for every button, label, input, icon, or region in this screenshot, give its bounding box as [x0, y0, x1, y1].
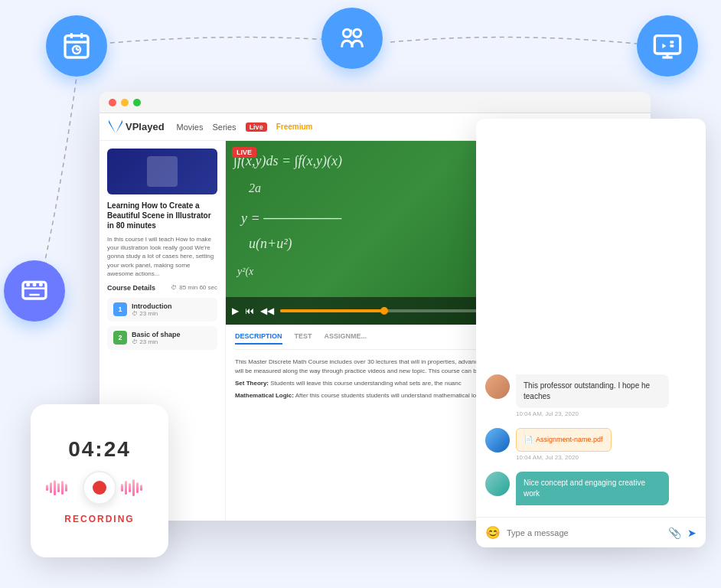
- lesson-duration-2: ⏱ 23 min: [132, 338, 211, 345]
- course-thumbnail: [107, 149, 217, 194]
- course-time: ⏱ 85 min 60 sec: [171, 284, 217, 291]
- chat-bubble-3: Nice concept and engaging creative work: [516, 472, 697, 508]
- learning-icon-float: [4, 260, 65, 322]
- wave-bar: [57, 483, 60, 492]
- course-description: In this course I will teach How to make …: [107, 235, 217, 278]
- lesson-num-1: 1: [113, 302, 127, 316]
- chat-message-3: Nice concept and engaging creative work: [485, 472, 697, 508]
- svg-point-19: [39, 283, 43, 286]
- svg-point-18: [33, 283, 37, 286]
- lesson-item-2[interactable]: 2 Basic of shape ⏱ 23 min: [107, 326, 217, 350]
- online-education-icon-float: [637, 15, 698, 77]
- wave-bar: [50, 482, 52, 493]
- recording-time: 04:24: [68, 437, 131, 462]
- chat-panel: This professor outstanding. I hope he te…: [476, 119, 706, 547]
- minimize-window-btn[interactable]: [121, 99, 129, 106]
- wave-bar: [121, 484, 123, 492]
- browser-titlebar: [100, 92, 651, 113]
- chat-bubble-1: This professor outstanding. I hope he te…: [516, 374, 697, 417]
- record-button[interactable]: [83, 471, 116, 505]
- waveform-container: [46, 471, 153, 505]
- chat-avatar-1: [485, 374, 510, 399]
- maximize-window-btn[interactable]: [133, 99, 141, 106]
- logo-text: VPlayed: [126, 121, 165, 132]
- wave-bar: [65, 484, 67, 492]
- progress-fill: [280, 309, 384, 312]
- schedule-icon-float: [46, 15, 107, 77]
- send-btn[interactable]: ➤: [687, 527, 697, 539]
- lesson-info-2: Basic of shape ⏱ 23 min: [132, 331, 211, 345]
- lesson-title-1: Introduction: [132, 302, 211, 310]
- bubble-text-3: Nice concept and engaging creative work: [516, 472, 669, 505]
- chat-message-2: 📄 Assignment-name.pdf 10:04 AM, Jul 23, …: [485, 428, 697, 461]
- close-window-btn[interactable]: [109, 99, 116, 106]
- rewind-btn[interactable]: ◀◀: [260, 305, 274, 316]
- progress-dot: [380, 307, 388, 315]
- nav-freemium[interactable]: Freemium: [276, 122, 313, 132]
- attach-btn[interactable]: 📎: [668, 527, 681, 539]
- course-title: Learning How to Create a Beautiful Scene…: [107, 201, 217, 230]
- wave-bar: [132, 479, 135, 496]
- chat-messages: This professor outstanding. I hope he te…: [476, 119, 706, 517]
- bubble-text-1: This professor outstanding. I hope he te…: [516, 374, 669, 408]
- live-badge: LIVE: [232, 147, 256, 158]
- wave-bar: [140, 485, 142, 491]
- lesson-duration-1: ⏱ 23 min: [132, 310, 211, 317]
- wave-bar: [129, 483, 131, 492]
- play-btn[interactable]: ▶: [232, 305, 239, 316]
- attachment-bubble[interactable]: 📄 Assignment-name.pdf: [516, 428, 612, 452]
- nav-movies[interactable]: Movies: [177, 122, 204, 132]
- vplayed-logo: VPlayed: [109, 120, 165, 134]
- chat-time-2: 10:04 AM, Jul 23, 2020: [516, 454, 697, 461]
- wave-bar: [54, 480, 56, 495]
- lesson-title-2: Basic of shape: [132, 331, 211, 338]
- wave-bar: [61, 481, 64, 495]
- wave-bar: [136, 482, 139, 493]
- chat-bubble-2: 📄 Assignment-name.pdf 10:04 AM, Jul 23, …: [516, 428, 697, 461]
- math-formulas: ∫f(x,y)ds = ∫f(x,y)(x) 2a y = ──────── u…: [233, 149, 498, 294]
- svg-rect-12: [670, 41, 674, 43]
- waveform-right: [121, 476, 153, 499]
- chat-avatar-3: [485, 472, 510, 496]
- skip-back-btn[interactable]: ⏮: [245, 305, 254, 316]
- users-exchange-icon-float: [321, 8, 383, 69]
- recording-widget: 04:24 RECORDING: [31, 404, 168, 557]
- chat-time-1: 10:04 AM, Jul 23, 2020: [516, 410, 697, 417]
- waveform-left: [46, 476, 78, 499]
- chat-avatar-2: [485, 428, 510, 452]
- wave-bar: [46, 485, 48, 491]
- wave-bar: [125, 481, 127, 495]
- lesson-item-1[interactable]: 1 Introduction ⏱ 23 min: [107, 298, 217, 322]
- record-dot: [93, 481, 106, 495]
- tab-description[interactable]: DESCRIPTION: [235, 332, 282, 345]
- chat-input[interactable]: [507, 528, 662, 537]
- recording-label: RECORDING: [64, 514, 134, 524]
- tab-test[interactable]: TEST: [295, 332, 312, 345]
- emoji-btn[interactable]: 😊: [485, 525, 501, 540]
- tab-assignment[interactable]: ASSIGNME...: [325, 332, 367, 345]
- nav-live[interactable]: Live: [246, 122, 267, 132]
- thumb-placeholder: [147, 156, 178, 187]
- course-details-label: Course Details: [107, 284, 155, 292]
- svg-rect-13: [670, 44, 674, 47]
- svg-rect-9: [654, 36, 680, 54]
- nav-series[interactable]: Series: [212, 122, 236, 132]
- chat-input-area: 😊 📎 ➤: [476, 517, 706, 547]
- nav-links: Movies Series Live Freemium: [177, 122, 313, 132]
- chat-message-1: This professor outstanding. I hope he te…: [485, 374, 697, 417]
- lesson-num-2: 2: [113, 331, 127, 345]
- logo-icon: [109, 120, 122, 134]
- lesson-info-1: Introduction ⏱ 23 min: [132, 302, 211, 317]
- svg-point-17: [26, 283, 30, 286]
- course-details-header: Course Details ⏱ 85 min 60 sec: [107, 284, 217, 292]
